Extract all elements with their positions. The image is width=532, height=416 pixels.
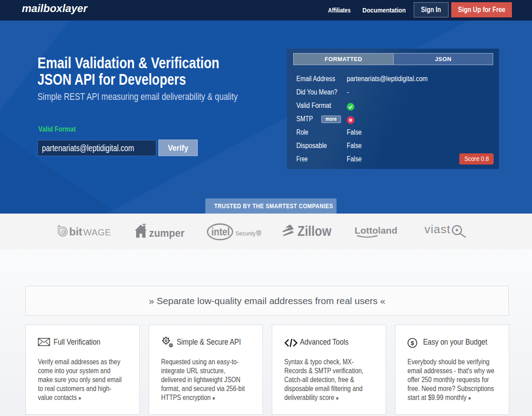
svg-text:$: $ [411,340,414,346]
svg-text:Security: Security [236,231,256,237]
svg-text:Zillow: Zillow [298,224,332,238]
svg-text:Lottoland: Lottoland [355,225,398,235]
svg-text:viast: viast [424,223,450,236]
svg-text:WAGE: WAGE [83,227,111,237]
svg-text:bit: bit [69,226,82,238]
svg-text:intel: intel [212,226,230,238]
svg-text:zumper: zumper [149,227,184,239]
